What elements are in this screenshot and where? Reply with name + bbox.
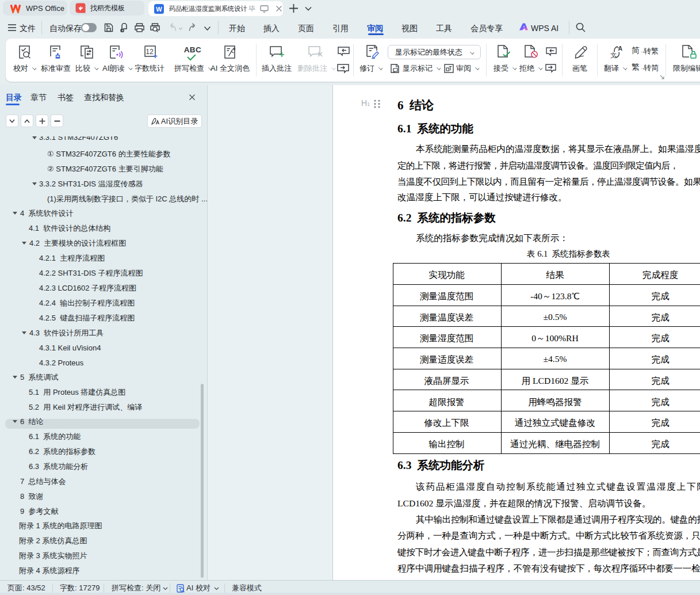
svg-text:W: W bbox=[156, 5, 162, 12]
svg-text:12: 12 bbox=[146, 48, 154, 56]
svg-text:A: A bbox=[618, 45, 623, 52]
